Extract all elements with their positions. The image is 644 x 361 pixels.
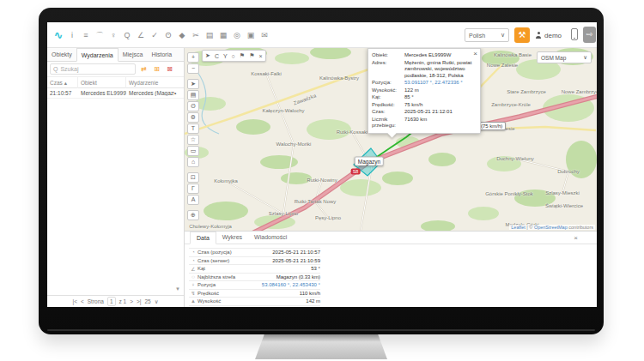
tracks-icon[interactable]: ∠ [135, 31, 147, 39]
draw-marker-alt-tool[interactable]: ⚑ [249, 52, 254, 59]
column-obiekt[interactable]: Obiekt [78, 77, 126, 88]
info-icon[interactable]: i [66, 31, 78, 39]
map-side-toolbar: +−➤▤ʘ⚙T☆▭⌂⊡ΓA⊕ [187, 52, 199, 220]
zoom-in-button[interactable]: + [187, 52, 199, 63]
popup-close-button[interactable]: × [473, 50, 477, 57]
detail-panel: DataWykresWiadomości × ◔ Czas (pozycja) … [185, 231, 597, 307]
camera-icon[interactable]: ◎ [231, 31, 243, 39]
detail-row-icon: ◔ [189, 258, 197, 263]
last-page-button[interactable]: >| [137, 298, 141, 304]
language-value: Polish [469, 33, 485, 39]
locate-button[interactable]: ⊕ [187, 210, 199, 220]
tab-data[interactable]: Data [190, 232, 216, 244]
layers-button[interactable]: ▤ [187, 90, 199, 100]
messages-icon[interactable]: ✉ [258, 31, 270, 39]
draw-curve-tool[interactable]: C [215, 53, 219, 59]
map-search-button[interactable]: ʘ [187, 101, 199, 111]
calendar-icon[interactable]: ▦ [217, 31, 229, 39]
monitor-stand [255, 334, 387, 359]
select-area-button[interactable]: ▭ [187, 146, 199, 156]
leaflet-link[interactable]: Leaflet [511, 225, 526, 230]
geofence-label: Magazyn [355, 157, 384, 166]
first-page-button[interactable]: |< [72, 298, 76, 304]
measure-button[interactable]: Γ [187, 184, 199, 194]
fullscreen-button[interactable]: ⊡ [187, 172, 199, 183]
map-settings-button[interactable]: ⚙ [187, 112, 199, 123]
font-size-button[interactable]: A [187, 195, 199, 205]
draw-circle-tool[interactable]: ○ [232, 53, 235, 59]
home-view-button[interactable]: ⌂ [187, 157, 199, 167]
page-input[interactable]: 1 [107, 297, 116, 306]
language-select[interactable]: Polish ∨ [465, 28, 509, 42]
zoom-out-button[interactable]: − [187, 63, 199, 74]
layer-value: OSM Map [541, 55, 566, 61]
draw-select-tool[interactable]: ➤ [205, 52, 210, 59]
next-page-button[interactable]: > [130, 298, 133, 304]
favorites-button[interactable]: ☆ [187, 135, 199, 145]
video-icon[interactable]: ▣ [245, 31, 257, 39]
popup-rows: Obiekt: Mercedes EL9999W Adres: Mężenin,… [372, 52, 477, 129]
user-menu[interactable]: demo [535, 28, 562, 42]
draw-marker-tool[interactable]: ⚑ [240, 52, 245, 59]
dashboard-icon[interactable]: ⌒ [94, 30, 106, 41]
tools-icon[interactable]: ✂ [190, 31, 202, 39]
events-panel: ObiektyWydarzeniaMiejscaHistoria Q Szuka… [47, 48, 185, 307]
labels-toggle-button[interactable]: T [187, 123, 199, 134]
brand-logo-icon[interactable]: ∿ [52, 29, 64, 41]
draw-close-button[interactable]: × [258, 53, 262, 59]
draw-route-tool[interactable]: Y [223, 53, 228, 59]
page-label: Strona [88, 298, 104, 304]
popup-row: Pozycja: 53.091107 °, 22.472336 ° [372, 80, 477, 87]
tasks-icon[interactable]: ✓ [149, 31, 161, 39]
tab-obiekty[interactable]: Obiekty [47, 48, 76, 61]
search-input[interactable]: Q Szukaj [50, 63, 136, 75]
detail-row-icon: ▲ [189, 298, 197, 304]
scroll-bottom-icon[interactable]: ▼ [175, 286, 180, 292]
detail-row: ♀ Pozycja 53.084160 °, 22.453430 ° [189, 281, 320, 290]
page-size-select[interactable]: 25 [145, 298, 151, 304]
logout-button[interactable]: ⇨ [583, 27, 596, 43]
detail-row: ◔ Czas (pozycja) 2025-05-21 21:10:57 [189, 249, 320, 257]
mobile-app-icon[interactable] [571, 28, 578, 40]
export-events-icon[interactable]: ⊞ [150, 63, 163, 75]
geofences-icon[interactable]: ◆ [176, 31, 188, 39]
search-icon[interactable]: Q [121, 31, 133, 39]
detail-row: ▲ Wysokość 142 m [189, 298, 320, 306]
panel-tabs: ObiektyWydarzeniaMiejscaHistoria [47, 48, 184, 62]
draw-toolbar: ➤CY○⚑⚑× [202, 50, 266, 62]
pan-tool-button[interactable]: ➤ [187, 79, 199, 89]
detail-rows: ◔ Czas (pozycja) 2025-05-21 21:10:57 ◔ C… [189, 248, 320, 306]
detail-row-icon: ◔ [189, 250, 197, 255]
popup-row: Adres: Mężenin, gmina Rutki, powiat zamb… [372, 60, 477, 80]
column-wydarzenie[interactable]: Wydarzenie [126, 77, 181, 88]
tools-button[interactable]: ⚒ [514, 27, 530, 43]
transfer-events-icon[interactable]: ⇄ [137, 63, 150, 75]
tab-wiadomosci[interactable]: Wiadomości [248, 232, 293, 244]
unit-icon: ▪ [174, 91, 181, 96]
places-icon[interactable]: ♀ [107, 31, 119, 39]
reports-icon[interactable]: ▤ [204, 31, 216, 39]
map-layer-select[interactable]: OSM Map ∨ [537, 51, 592, 63]
column-czas[interactable]: Czas ▴ [47, 77, 78, 88]
sort-asc-icon: ▴ [64, 80, 67, 86]
prev-page-button[interactable]: < [81, 298, 84, 304]
tab-wydarzenia[interactable]: Wydarzenia [76, 48, 118, 62]
top-toolbar: ∿i≡⌒♀Q∠✓ʘ◆✂▤▦◎▣✉ Polish ∨ ⚒ demo ⇨ [47, 22, 597, 48]
detail-close-button[interactable]: × [574, 234, 578, 242]
table-row[interactable]: 21:10:57 Mercedes EL9999W Mercedes (Maga… [47, 88, 184, 99]
chevron-down-icon[interactable]: ∨ [155, 298, 159, 305]
tab-historia[interactable]: Historia [147, 48, 176, 61]
map-attribution: Leaflet | © OpenStreetMap contributors [509, 225, 595, 230]
user-icon [535, 32, 542, 39]
objects-menu-icon[interactable]: ≡ [80, 31, 92, 39]
clear-events-icon[interactable]: ⊠ [163, 63, 176, 75]
chevron-down-icon: ∨ [501, 32, 505, 39]
tab-wykres[interactable]: Wykres [216, 232, 248, 244]
unit-popup: × Obiekt: Mercedes EL9999W Adres: Mężeni… [368, 48, 481, 134]
tab-miejsca[interactable]: Miejsca [118, 48, 148, 61]
events-table-header: Czas ▴ Obiekt Wydarzenie [47, 77, 184, 88]
osm-link[interactable]: OpenStreetMap [534, 225, 568, 230]
map[interactable]: Kossaki-FalkiKalinówka-BystryKalinówka B… [185, 48, 597, 231]
popup-row: Czas: 2025-05-21 21:12:01 [372, 109, 477, 116]
monitoring-icon[interactable]: ʘ [162, 31, 174, 39]
